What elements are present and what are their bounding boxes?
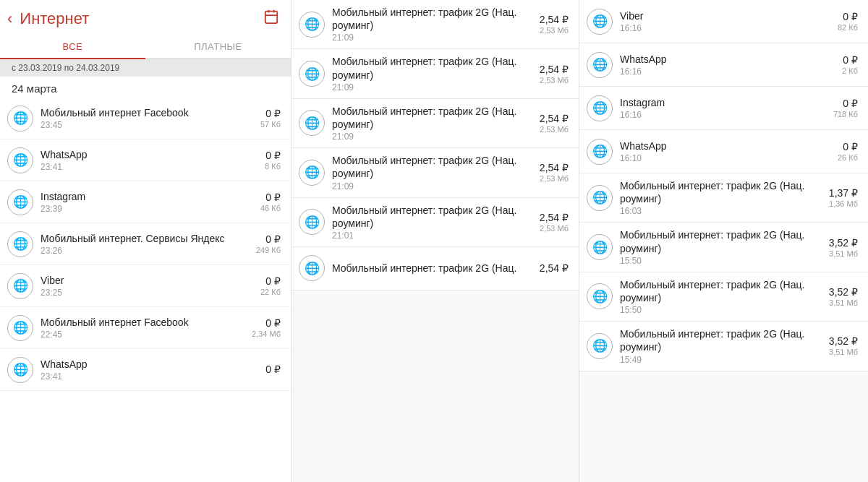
- item-name: Мобильный интернет: трафик 2G (Нац. роум…: [620, 327, 829, 353]
- item-price: 2,54 ₽: [540, 212, 569, 223]
- list-item: 🌐 Мобильный интернет: трафик 2G (Нац. ро…: [292, 198, 579, 247]
- item-price: 0 ₽: [838, 11, 858, 22]
- item-time: 15:50: [620, 256, 829, 266]
- middle-panel: 🌐 Мобильный интернет: трафик 2G (Нац. ро…: [292, 0, 579, 482]
- list-item: 🌐 WhatsApp 16:16 0 ₽ 2 Кб: [579, 43, 868, 87]
- item-size: 22 Кб: [260, 288, 281, 296]
- globe-icon: 🌐: [587, 95, 613, 121]
- item-price: 0 ₽: [260, 191, 281, 203]
- item-name: Instagram: [41, 190, 260, 203]
- item-name: Мобильный интернет: трафик 2G (Нац.: [332, 262, 540, 275]
- list-item: 🌐 Viber 16:16 0 ₽ 82 Кб: [579, 0, 868, 43]
- item-price: 2,54 ₽: [540, 262, 569, 274]
- item-size: 2,53 Мб: [540, 125, 569, 134]
- globe-icon: 🌐: [587, 333, 613, 359]
- svg-rect-0: [265, 12, 278, 23]
- list-item: 🌐 WhatsApp 23:41 0 ₽ 8 Кб: [0, 139, 291, 181]
- item-size: 249 Кб: [256, 246, 281, 254]
- globe-icon: 🌐: [7, 357, 33, 383]
- item-price: 1,37 ₽: [829, 187, 858, 199]
- item-time: 23:41: [41, 162, 265, 172]
- list-item: 🌐 Мобильный интернет. Сервисы Яндекс 23:…: [0, 223, 291, 265]
- globe-icon: 🌐: [587, 139, 613, 165]
- section-date: 24 марта: [0, 77, 291, 98]
- globe-icon: 🌐: [299, 160, 325, 186]
- item-time: 21:09: [332, 132, 540, 142]
- item-name: Viber: [41, 274, 260, 287]
- item-time: 15:50: [620, 305, 829, 315]
- item-price: 2,54 ₽: [540, 64, 569, 75]
- item-size: 8 Кб: [265, 162, 281, 171]
- item-time: 16:16: [620, 66, 842, 77]
- item-time: 16:10: [620, 153, 838, 163]
- tab-all[interactable]: ВСЕ: [0, 34, 145, 58]
- item-size: 82 Кб: [838, 23, 858, 32]
- item-name: Мобильный интернет: трафик 2G (Нац. роум…: [332, 55, 540, 81]
- item-name: WhatsApp: [620, 53, 842, 66]
- item-size: 46 Кб: [260, 204, 281, 212]
- globe-icon: 🌐: [299, 61, 325, 87]
- item-size: 2,53 Мб: [540, 174, 569, 183]
- item-time: 23:39: [41, 204, 260, 214]
- item-time: 23:41: [41, 371, 265, 382]
- left-list: 🌐 Мобильный интернет Facebook 23:45 0 ₽ …: [0, 98, 291, 482]
- item-size: 2,53 Мб: [540, 76, 569, 85]
- item-name: WhatsApp: [620, 139, 838, 152]
- date-range: с 23.03.2019 по 24.03.2019: [0, 59, 291, 77]
- item-name: Мобильный интернет. Сервисы Яндекс: [41, 232, 256, 245]
- item-name: Мобильный интернет: трафик 2G (Нац. роум…: [620, 228, 829, 254]
- list-item: 🌐 Viber 23:25 0 ₽ 22 Кб: [0, 265, 291, 307]
- item-time: 21:09: [332, 33, 540, 43]
- item-price: 3,52 ₽: [829, 335, 858, 347]
- item-name: Мобильный интернет: трафик 2G (Нац. роум…: [332, 154, 540, 180]
- item-time: 22:45: [41, 330, 252, 340]
- list-item: 🌐 Мобильный интернет: трафик 2G (Нац. ро…: [292, 148, 579, 197]
- item-name: WhatsApp: [41, 358, 265, 371]
- item-name: WhatsApp: [41, 148, 265, 161]
- globe-icon: 🌐: [7, 231, 33, 257]
- left-panel: ‹ Интернет ВСЕ ПЛАТНЫЕ с 23.03.2019 по 2…: [0, 0, 292, 482]
- item-price: 0 ₽: [838, 141, 858, 152]
- globe-icon: 🌐: [299, 110, 325, 136]
- calendar-icon[interactable]: [263, 9, 279, 28]
- item-price: 3,52 ₽: [829, 237, 858, 249]
- item-size: 3,51 Мб: [829, 348, 858, 356]
- globe-icon: 🌐: [7, 147, 33, 173]
- item-price: 0 ₽: [260, 108, 281, 119]
- globe-icon: 🌐: [7, 315, 33, 341]
- back-button[interactable]: ‹: [7, 9, 12, 28]
- page-title: Интернет: [20, 9, 263, 28]
- item-size: 26 Кб: [838, 153, 858, 162]
- item-size: 2,34 Мб: [252, 330, 281, 338]
- item-price: 0 ₽: [265, 363, 281, 375]
- item-name: Мобильный интернет: трафик 2G (Нац. роум…: [620, 278, 829, 304]
- item-size: 3,51 Мб: [829, 298, 858, 307]
- tab-paid[interactable]: ПЛАТНЫЕ: [145, 34, 291, 58]
- item-price: 3,52 ₽: [829, 286, 858, 298]
- list-item: 🌐 Мобильный интернет: трафик 2G (Нац. ро…: [579, 322, 868, 371]
- globe-icon: 🌐: [587, 9, 613, 35]
- list-item: 🌐 Instagram 16:16 0 ₽ 718 Кб: [579, 87, 868, 130]
- item-name: Viber: [620, 9, 838, 22]
- item-price: 2,54 ₽: [540, 162, 569, 173]
- item-time: 16:16: [620, 110, 833, 120]
- list-item: 🌐 Мобильный интернет: трафик 2G (Нац. ро…: [579, 223, 868, 272]
- item-size: 3,51 Мб: [829, 249, 858, 258]
- item-time: 21:09: [332, 82, 540, 92]
- item-time: 16:16: [620, 23, 838, 33]
- list-item: 🌐 Мобильный интернет: трафик 2G (Нац. ро…: [579, 173, 868, 223]
- globe-icon: 🌐: [587, 52, 613, 78]
- item-time: 16:03: [620, 206, 829, 216]
- right-panel: 🌐 Viber 16:16 0 ₽ 82 Кб 🌐 WhatsApp 16:16…: [579, 0, 868, 482]
- item-price: 2,54 ₽: [540, 113, 569, 124]
- item-name: Мобильный интернет: трафик 2G (Нац. роум…: [332, 105, 540, 131]
- item-time: 15:49: [620, 355, 829, 365]
- globe-icon: 🌐: [587, 185, 613, 211]
- item-price: 0 ₽: [260, 275, 281, 287]
- item-name: Мобильный интернет Facebook: [41, 106, 260, 119]
- globe-icon: 🌐: [299, 12, 325, 38]
- item-price: 0 ₽: [833, 98, 858, 109]
- globe-icon: 🌐: [587, 283, 613, 309]
- header: ‹ Интернет: [0, 0, 291, 31]
- globe-icon: 🌐: [587, 234, 613, 260]
